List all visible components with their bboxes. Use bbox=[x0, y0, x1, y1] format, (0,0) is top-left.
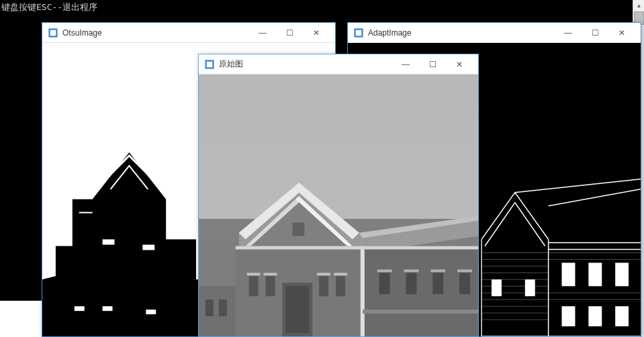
svg-line-15 bbox=[515, 179, 641, 193]
svg-rect-48 bbox=[319, 276, 328, 296]
svg-rect-1 bbox=[50, 30, 56, 36]
svg-rect-4 bbox=[75, 306, 85, 311]
svg-rect-6 bbox=[146, 309, 156, 314]
window-title: AdaptImage bbox=[368, 28, 555, 38]
svg-rect-19 bbox=[615, 262, 629, 286]
svg-rect-62 bbox=[404, 269, 419, 272]
svg-rect-3 bbox=[142, 244, 154, 250]
svg-rect-55 bbox=[285, 286, 309, 333]
maximize-button[interactable]: ☐ bbox=[276, 23, 303, 42]
svg-rect-50 bbox=[379, 273, 390, 294]
window-controls: — ☐ ✕ bbox=[555, 23, 635, 42]
titlebar-adapt[interactable]: AdaptImage — ☐ ✕ bbox=[348, 23, 641, 43]
building-grayscale bbox=[199, 179, 478, 336]
svg-rect-45 bbox=[236, 246, 478, 250]
close-button[interactable]: ✕ bbox=[303, 23, 330, 42]
svg-rect-47 bbox=[266, 276, 275, 296]
scrollbar-up-button[interactable]: ▲ bbox=[633, 0, 644, 11]
svg-rect-44 bbox=[361, 246, 365, 336]
background-strip bbox=[0, 301, 42, 337]
svg-rect-9 bbox=[356, 30, 361, 36]
svg-rect-18 bbox=[588, 262, 602, 286]
svg-rect-66 bbox=[199, 286, 236, 336]
svg-rect-20 bbox=[562, 306, 576, 326]
window-title: 原始图 bbox=[219, 58, 392, 70]
minimize-button[interactable]: — bbox=[555, 23, 582, 42]
window-title: OtsuImage bbox=[62, 28, 249, 38]
maximize-button[interactable]: ☐ bbox=[582, 23, 608, 42]
svg-rect-58 bbox=[264, 273, 277, 275]
window-content-original bbox=[199, 75, 478, 336]
svg-rect-63 bbox=[430, 269, 445, 272]
console-output: 键盘按键ESC--退出程序 bbox=[1, 1, 97, 13]
svg-rect-23 bbox=[492, 279, 502, 296]
svg-rect-22 bbox=[615, 306, 629, 326]
close-button[interactable]: ✕ bbox=[446, 55, 473, 74]
svg-line-14 bbox=[549, 189, 641, 206]
app-icon bbox=[48, 28, 58, 38]
svg-rect-59 bbox=[317, 273, 330, 275]
svg-rect-60 bbox=[334, 273, 347, 275]
svg-rect-2 bbox=[103, 239, 115, 244]
svg-rect-5 bbox=[103, 306, 113, 311]
svg-rect-56 bbox=[292, 223, 304, 236]
titlebar-otsu[interactable]: OtsuImage — ☐ ✕ bbox=[42, 23, 335, 43]
svg-rect-64 bbox=[457, 269, 472, 272]
original-image bbox=[199, 75, 478, 336]
svg-rect-57 bbox=[247, 273, 261, 275]
minimize-button[interactable]: — bbox=[249, 23, 276, 42]
svg-rect-61 bbox=[377, 269, 392, 272]
svg-rect-41 bbox=[207, 62, 212, 67]
svg-rect-53 bbox=[459, 273, 470, 294]
window-controls: — ☐ ✕ bbox=[249, 23, 330, 42]
svg-rect-24 bbox=[525, 279, 535, 296]
svg-rect-65 bbox=[363, 309, 478, 314]
app-icon bbox=[353, 28, 364, 38]
svg-rect-46 bbox=[249, 276, 259, 296]
svg-rect-68 bbox=[219, 299, 227, 316]
svg-rect-52 bbox=[432, 273, 443, 294]
svg-rect-51 bbox=[406, 273, 417, 294]
window-controls: — ☐ ✕ bbox=[392, 55, 473, 74]
window-original: 原始图 — ☐ ✕ bbox=[198, 54, 479, 337]
app-icon bbox=[204, 59, 215, 70]
close-button[interactable]: ✕ bbox=[608, 23, 635, 42]
titlebar-original[interactable]: 原始图 — ☐ ✕ bbox=[199, 54, 478, 75]
svg-rect-49 bbox=[336, 276, 345, 296]
svg-rect-17 bbox=[562, 262, 576, 286]
svg-rect-21 bbox=[588, 306, 602, 326]
svg-rect-67 bbox=[205, 299, 214, 316]
minimize-button[interactable]: — bbox=[392, 55, 419, 74]
maximize-button[interactable]: ☐ bbox=[419, 55, 446, 74]
